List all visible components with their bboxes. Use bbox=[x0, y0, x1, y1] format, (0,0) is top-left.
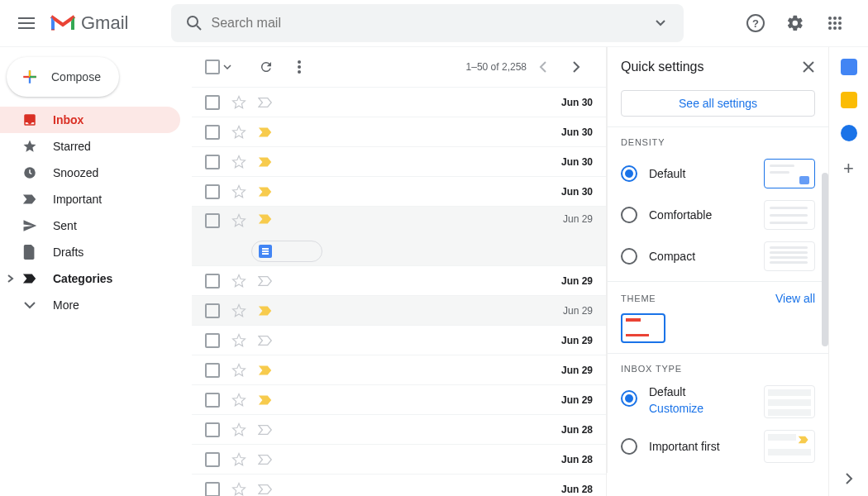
row-checkbox[interactable] bbox=[205, 274, 222, 289]
row-star[interactable] bbox=[231, 184, 248, 199]
sidebar-item-more[interactable]: More bbox=[0, 292, 180, 318]
refresh-button[interactable] bbox=[250, 50, 283, 83]
inbox-preview-important bbox=[764, 430, 815, 463]
mail-row[interactable]: Jun 29 bbox=[192, 384, 606, 414]
density-compact[interactable]: Compact bbox=[621, 241, 815, 271]
attachment-chip[interactable] bbox=[251, 241, 322, 262]
mail-row[interactable]: Jun 30 bbox=[192, 87, 606, 117]
row-checkbox[interactable] bbox=[205, 184, 222, 199]
mail-row[interactable]: Jun 29 bbox=[192, 265, 606, 295]
see-all-settings-button[interactable]: See all settings bbox=[621, 90, 815, 117]
select-all-checkbox[interactable] bbox=[205, 60, 231, 74]
more-button[interactable] bbox=[283, 50, 316, 83]
row-star[interactable] bbox=[231, 303, 248, 318]
row-important-marker[interactable] bbox=[258, 305, 274, 317]
mail-row[interactable]: Jun 29 bbox=[192, 295, 606, 325]
row-important-marker[interactable] bbox=[258, 454, 274, 465]
row-important-marker[interactable] bbox=[258, 335, 274, 346]
tasks-addon[interactable] bbox=[841, 125, 857, 141]
row-checkbox[interactable] bbox=[205, 303, 222, 318]
caret-down-icon bbox=[223, 64, 231, 69]
row-checkbox[interactable] bbox=[205, 213, 222, 228]
inbox-type-important-first[interactable]: Important first bbox=[621, 430, 815, 463]
support-button[interactable]: ? bbox=[739, 7, 772, 40]
row-checkbox[interactable] bbox=[205, 363, 222, 378]
row-star[interactable] bbox=[231, 125, 248, 140]
row-important-marker[interactable] bbox=[258, 126, 274, 138]
row-star[interactable] bbox=[231, 363, 248, 378]
row-important-marker[interactable] bbox=[258, 484, 274, 495]
mail-row[interactable]: Jun 30 bbox=[192, 117, 606, 146]
row-checkbox[interactable] bbox=[205, 452, 222, 467]
mail-row[interactable]: Jun 30 bbox=[192, 146, 606, 176]
svg-point-8 bbox=[838, 21, 842, 25]
row-important-marker[interactable] bbox=[258, 156, 274, 168]
row-star[interactable] bbox=[231, 393, 248, 408]
chevron-left-icon bbox=[539, 61, 547, 73]
view-all-themes-link[interactable]: View all bbox=[775, 292, 815, 305]
row-important-marker[interactable] bbox=[258, 97, 274, 108]
row-date: Jun 30 bbox=[561, 186, 593, 198]
compose-button[interactable]: Compose bbox=[7, 57, 119, 97]
row-checkbox[interactable] bbox=[205, 482, 222, 497]
apps-button[interactable] bbox=[818, 7, 851, 40]
row-star[interactable] bbox=[231, 422, 248, 437]
row-important-marker[interactable] bbox=[258, 213, 274, 225]
row-important-marker[interactable] bbox=[258, 424, 274, 436]
theme-thumbnail[interactable] bbox=[621, 313, 665, 343]
mail-row[interactable]: Jun 29 bbox=[192, 355, 606, 384]
row-checkbox[interactable] bbox=[205, 155, 222, 169]
density-comfortable[interactable]: Comfortable bbox=[621, 200, 815, 230]
mail-row[interactable]: Jun 30 bbox=[192, 176, 606, 206]
row-important-marker[interactable] bbox=[258, 186, 274, 198]
newer-button[interactable] bbox=[527, 50, 560, 83]
sidebar-item-snoozed[interactable]: Snoozed bbox=[0, 160, 180, 186]
search-input[interactable] bbox=[211, 16, 644, 31]
older-button[interactable] bbox=[560, 50, 593, 83]
sidebar-item-important[interactable]: Important bbox=[0, 186, 180, 212]
search-box[interactable] bbox=[171, 4, 684, 42]
search-button[interactable] bbox=[178, 7, 211, 40]
sidebar-item-sent[interactable]: Sent bbox=[0, 212, 180, 239]
row-important-marker[interactable] bbox=[258, 365, 274, 376]
gmail-logo[interactable]: Gmail bbox=[50, 12, 128, 34]
hide-side-panel-button[interactable] bbox=[845, 473, 853, 484]
sidebar-item-inbox[interactable]: Inbox bbox=[0, 107, 180, 133]
get-addons-button[interactable]: + bbox=[843, 158, 854, 179]
main-menu-button[interactable] bbox=[7, 3, 46, 43]
row-star[interactable] bbox=[231, 452, 248, 467]
keep-addon[interactable] bbox=[841, 92, 857, 108]
row-checkbox[interactable] bbox=[205, 422, 222, 437]
mail-row[interactable]: Jun 29 bbox=[192, 206, 606, 265]
row-star[interactable] bbox=[231, 482, 248, 497]
row-star[interactable] bbox=[231, 333, 248, 348]
row-star[interactable] bbox=[231, 95, 248, 110]
customize-link[interactable]: Customize bbox=[649, 402, 764, 415]
row-star[interactable] bbox=[231, 274, 248, 289]
density-heading: DENSITY bbox=[621, 137, 815, 147]
search-options-button[interactable] bbox=[644, 7, 677, 40]
inbox-type-default[interactable]: Default Customize bbox=[621, 385, 815, 418]
calendar-addon[interactable] bbox=[841, 59, 857, 75]
mail-row[interactable]: Jun 28 bbox=[192, 444, 606, 474]
mail-row[interactable]: Jun 29 bbox=[192, 325, 606, 355]
settings-button[interactable] bbox=[779, 7, 812, 40]
mail-row[interactable]: Jun 28 bbox=[192, 414, 606, 444]
row-checkbox[interactable] bbox=[205, 333, 222, 348]
row-star[interactable] bbox=[231, 213, 248, 228]
row-checkbox[interactable] bbox=[205, 95, 222, 110]
row-checkbox[interactable] bbox=[205, 393, 222, 408]
svg-text:?: ? bbox=[752, 17, 759, 30]
row-important-marker[interactable] bbox=[258, 275, 274, 287]
mail-row[interactable]: Jun 28 bbox=[192, 474, 606, 496]
sidebar-item-starred[interactable]: Starred bbox=[0, 133, 180, 160]
density-default[interactable]: Default bbox=[621, 159, 815, 188]
caret-right-icon bbox=[7, 274, 18, 283]
row-checkbox[interactable] bbox=[205, 125, 222, 140]
scrollbar-thumb[interactable] bbox=[822, 173, 828, 346]
sidebar-item-drafts[interactable]: Drafts bbox=[0, 239, 180, 265]
row-important-marker[interactable] bbox=[258, 394, 274, 406]
row-star[interactable] bbox=[231, 155, 248, 169]
close-button[interactable] bbox=[802, 60, 815, 74]
sidebar-item-categories[interactable]: Categories bbox=[0, 265, 180, 292]
